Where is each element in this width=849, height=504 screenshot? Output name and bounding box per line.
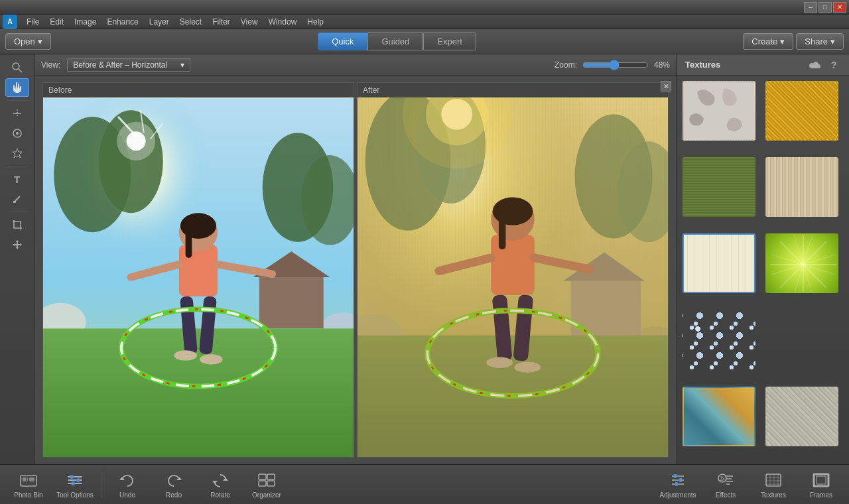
view-dropdown-arrow: ▾ bbox=[180, 60, 184, 70]
svg-rect-21 bbox=[179, 245, 218, 296]
svg-rect-80 bbox=[29, 477, 34, 481]
svg-rect-20 bbox=[43, 328, 354, 457]
svg-rect-69 bbox=[684, 82, 755, 141]
menu-view[interactable]: View bbox=[235, 16, 263, 28]
textures-button[interactable]: Textures bbox=[751, 468, 796, 501]
hand-tool[interactable] bbox=[5, 78, 29, 97]
textures-grid bbox=[677, 76, 849, 464]
before-photo bbox=[43, 97, 354, 457]
tab-quick[interactable]: Quick bbox=[318, 32, 367, 50]
minimize-button[interactable]: – bbox=[804, 2, 817, 13]
open-label: Open bbox=[14, 36, 35, 46]
zoom-area: Zoom: 48% bbox=[555, 60, 670, 70]
tab-expert[interactable]: Expert bbox=[423, 32, 476, 50]
svg-rect-94 bbox=[259, 481, 266, 486]
organizer-button[interactable]: Organizer bbox=[243, 467, 290, 503]
before-panel: Before bbox=[42, 82, 354, 458]
photo-bin-icon bbox=[19, 471, 38, 489]
texture-item-4[interactable] bbox=[765, 157, 838, 217]
create-button[interactable]: Create ▾ bbox=[743, 33, 793, 50]
rotate-button[interactable]: Rotate bbox=[197, 467, 243, 503]
rotate-icon bbox=[211, 471, 229, 489]
paint-tool[interactable] bbox=[5, 190, 29, 208]
photo-bin-button[interactable]: Photo Bin bbox=[5, 467, 52, 503]
menu-file[interactable]: File bbox=[21, 16, 44, 28]
undo-button[interactable]: Undo bbox=[104, 467, 151, 503]
svg-rect-95 bbox=[267, 481, 275, 486]
share-button[interactable]: Share ▾ bbox=[796, 33, 844, 50]
texture-item-3[interactable] bbox=[683, 157, 755, 217]
title-bar: – □ ✕ bbox=[0, 0, 849, 15]
frames-icon bbox=[812, 471, 830, 489]
frames-label: Frames bbox=[810, 491, 832, 499]
texture-item-10[interactable] bbox=[765, 387, 838, 446]
menu-image[interactable]: Image bbox=[69, 16, 101, 28]
create-arrow-icon: ▾ bbox=[780, 36, 785, 46]
effects-button[interactable]: fx Effects bbox=[703, 468, 748, 501]
menu-help[interactable]: Help bbox=[302, 16, 329, 28]
adjustments-label: Adjustments bbox=[659, 491, 696, 499]
after-photo bbox=[358, 97, 668, 457]
menu-bar: A File Edit Image Enhance Layer Select F… bbox=[0, 15, 849, 29]
svg-rect-24 bbox=[186, 226, 192, 258]
menu-filter[interactable]: Filter bbox=[207, 16, 235, 28]
svg-rect-92 bbox=[259, 474, 266, 479]
panel-title: Textures bbox=[685, 60, 720, 70]
left-toolbox: T bbox=[0, 54, 34, 464]
redo-label: Redo bbox=[166, 491, 182, 499]
texture-item-2[interactable] bbox=[765, 81, 838, 141]
texture-item-6[interactable] bbox=[765, 233, 838, 293]
whiten-tool[interactable] bbox=[5, 144, 29, 162]
svg-rect-101 bbox=[675, 482, 678, 486]
tool-options-button[interactable]: Tool Options bbox=[52, 467, 98, 503]
zoom-slider[interactable] bbox=[582, 60, 649, 70]
texture-item-9[interactable] bbox=[683, 387, 755, 446]
zoom-tool[interactable] bbox=[5, 58, 29, 77]
redo-button[interactable]: Redo bbox=[151, 467, 197, 503]
canvas-close-button[interactable]: ✕ bbox=[661, 81, 671, 92]
bottom-panel: Photo Bin Tool Options Undo Redo Rotate … bbox=[0, 464, 849, 504]
effects-icon: fx bbox=[716, 471, 735, 489]
move-tool[interactable] bbox=[5, 235, 29, 254]
help-icon[interactable]: ? bbox=[826, 58, 841, 72]
crop-tool[interactable] bbox=[5, 216, 29, 234]
menu-select[interactable]: Select bbox=[174, 16, 207, 28]
svg-rect-81 bbox=[26, 475, 27, 486]
text-tool[interactable]: T bbox=[5, 170, 29, 188]
before-image bbox=[43, 97, 354, 457]
open-button[interactable]: Open ▾ bbox=[5, 33, 51, 50]
rotate-label: Rotate bbox=[210, 491, 229, 499]
canvas-container: ✕ Before bbox=[34, 76, 677, 464]
main-content: T View: Before & After – Horizontal ▾ Zo… bbox=[0, 54, 849, 464]
tab-guided[interactable]: Guided bbox=[367, 32, 423, 50]
svg-line-1 bbox=[19, 69, 22, 72]
straighten-tool[interactable] bbox=[5, 104, 29, 123]
organizer-icon bbox=[257, 471, 276, 489]
svg-rect-8 bbox=[13, 201, 16, 203]
menu-edit[interactable]: Edit bbox=[44, 16, 69, 28]
svg-rect-100 bbox=[679, 478, 682, 482]
texture-item-5[interactable] bbox=[683, 233, 755, 293]
texture-item-8[interactable] bbox=[765, 310, 838, 370]
restore-button[interactable]: □ bbox=[818, 2, 832, 13]
menu-layer[interactable]: Layer bbox=[144, 16, 174, 28]
panel-header: Textures ? bbox=[677, 54, 849, 76]
close-button[interactable]: ✕ bbox=[833, 2, 846, 13]
tool-separator-1 bbox=[7, 100, 27, 101]
view-dropdown[interactable]: Before & After – Horizontal ▾ bbox=[67, 58, 190, 72]
menu-enhance[interactable]: Enhance bbox=[101, 16, 143, 28]
bottom-separator-1 bbox=[101, 472, 101, 498]
frames-button[interactable]: Frames bbox=[799, 468, 844, 501]
cloud-icon[interactable] bbox=[808, 58, 822, 72]
app-logo: A bbox=[3, 15, 17, 29]
texture-item-1[interactable] bbox=[683, 81, 755, 141]
view-option-label: Before & After – Horizontal bbox=[73, 60, 167, 70]
menu-window[interactable]: Window bbox=[263, 16, 302, 28]
svg-point-30 bbox=[200, 354, 223, 364]
texture-item-7[interactable] bbox=[683, 310, 755, 370]
svg-line-7 bbox=[15, 196, 20, 202]
svg-text:fx: fx bbox=[720, 475, 726, 482]
right-panel: Textures ? bbox=[677, 54, 849, 464]
adjustments-button[interactable]: Adjustments bbox=[655, 468, 700, 501]
redeye-tool[interactable] bbox=[5, 124, 29, 143]
